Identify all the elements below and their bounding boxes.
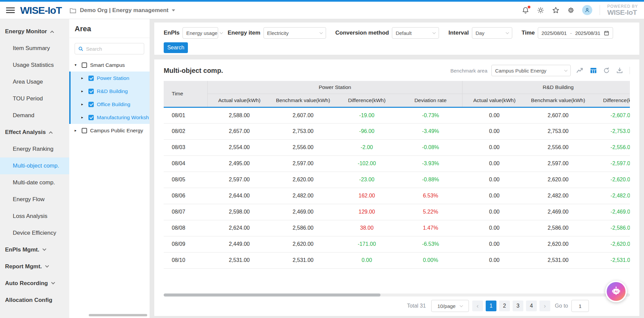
area-tree: ▾Smart Campus▸Power Station▸R&D Building… [69, 58, 150, 137]
sidebar-item-energy-flow[interactable]: Energy Flow [0, 191, 69, 208]
tree-caret-down-icon[interactable]: ▾ [75, 63, 79, 67]
cell-value: 2,482.00 [526, 188, 590, 204]
tree-node-campus-public-energy[interactable]: ▸Campus Public Energy [69, 124, 150, 137]
gear-icon[interactable] [567, 6, 575, 14]
area-search[interactable] [75, 43, 144, 54]
checkbox-checked[interactable] [88, 115, 94, 120]
page-button-2[interactable]: 2 [499, 301, 510, 311]
cell-value: 2,620.00 [271, 172, 335, 188]
page-button-4[interactable]: 4 [526, 301, 537, 311]
cell-value: -0.08% [399, 139, 462, 155]
next-page-button[interactable]: › [539, 301, 550, 311]
table-group-header-r-d-building: R&D Building [462, 81, 630, 94]
cell-value: 2,620.00 [526, 172, 590, 188]
table-header-time: Time [164, 81, 207, 107]
cell-value: 2,531.00 [526, 252, 590, 268]
benchmark-area-select[interactable]: Campus Public Energy [491, 65, 571, 76]
tree-node-smart-campus[interactable]: ▾Smart Campus [69, 58, 150, 72]
refresh-icon[interactable] [603, 67, 610, 74]
tree-node-manufacturing-worksh[interactable]: ▸Manufacturing Worksh [69, 111, 150, 124]
trend-chart-icon[interactable] [576, 67, 584, 74]
tree-caret-right-icon[interactable]: ▸ [81, 102, 85, 106]
tree-caret-right-icon[interactable]: ▸ [81, 115, 85, 120]
date-range-picker[interactable]: 2025/08/01 - 2025/08/31 [538, 27, 613, 39]
page-button-3[interactable]: 3 [513, 301, 523, 311]
chevron-down-icon[interactable] [172, 9, 175, 11]
tree-node-label: Campus Public Energy [90, 128, 143, 134]
cell-value: 5.22% [399, 204, 462, 220]
interval-select[interactable]: Day [472, 27, 512, 39]
table-horizontal-scrollbar[interactable] [164, 293, 380, 297]
sidebar-item-energy-ranking[interactable]: Energy Ranking [0, 141, 69, 157]
energy-item-select[interactable]: Electricity [264, 27, 326, 39]
tree-caret-right-icon[interactable]: ▸ [75, 128, 79, 133]
page-size-select[interactable]: 10/page [431, 300, 469, 312]
menu-icon[interactable] [6, 7, 15, 13]
enpis-label: EnPIs [164, 30, 179, 36]
download-icon[interactable] [616, 67, 623, 74]
sidebar-item-auto-recording[interactable]: Auto Recording [0, 275, 69, 292]
ai-assistant-button[interactable]: AI [605, 281, 627, 302]
cell-value: 2,657.00 [207, 123, 271, 139]
sidebar-item-item-summary[interactable]: Item Summary [0, 40, 69, 57]
comparison-table-wrap: TimePower StationR&D BuildingActual valu… [164, 81, 630, 269]
sidebar-item-energy-monitor[interactable]: Energy Monitor [0, 23, 69, 40]
notifications-bell-icon[interactable] [522, 6, 529, 14]
cell-value: 162.00 [335, 188, 399, 204]
sidebar-item-enpls-mgmt[interactable]: EnPls Mgmt. [0, 241, 69, 258]
date-end: 2025/08/31 [575, 30, 600, 36]
sidebar-item-demand[interactable]: Demand [0, 107, 69, 124]
sidebar-item-multi-object-comp[interactable]: Multi-object comp. [0, 157, 69, 174]
search-button[interactable]: Search [164, 42, 188, 53]
checkbox-checked[interactable] [88, 102, 94, 107]
cell-value: -2,607.00 [590, 107, 630, 123]
cell-value: 6.53% [399, 188, 462, 204]
enpis-select[interactable]: Energy usage [183, 27, 218, 39]
conversion-method-select[interactable]: Default [392, 27, 439, 39]
tree-caret-right-icon[interactable]: ▸ [81, 76, 85, 80]
tree-node-power-station[interactable]: ▸Power Station [69, 72, 150, 85]
table-view-icon[interactable] [590, 67, 597, 74]
tree-node-r-d-building[interactable]: ▸R&D Building [69, 85, 150, 98]
area-horizontal-scrollbar[interactable] [89, 314, 147, 316]
cell-value: -0.88% [399, 172, 462, 188]
cell-value: 1.47% [399, 220, 462, 236]
checkbox-unchecked[interactable] [82, 62, 87, 68]
sun-icon[interactable] [537, 6, 545, 14]
sidebar-item-label: Report Mgmt. [5, 263, 42, 270]
sidebar-item-loss-analysis[interactable]: Loss Analysis [0, 208, 69, 225]
cell-value: 2,556.00 [526, 139, 590, 155]
cell-value: -2,556.00 [590, 139, 630, 155]
sidebar-item-label: Effect Analysis [5, 129, 46, 136]
tree-caret-right-icon[interactable]: ▸ [81, 89, 85, 93]
sidebar-item-device-efficiency[interactable]: Device Efficiency [0, 225, 69, 241]
cell-value: 2,469.00 [526, 204, 590, 220]
sidebar-item-tou-period[interactable]: TOU Period [0, 90, 69, 107]
prev-page-button[interactable]: ‹ [472, 301, 483, 311]
goto-page-input[interactable] [571, 300, 589, 312]
org-breadcrumb[interactable]: Demo Org | Energy management [80, 7, 169, 14]
star-icon[interactable] [552, 6, 560, 14]
area-search-input[interactable] [86, 46, 141, 52]
sidebar-item-report-mgmt[interactable]: Report Mgmt. [0, 258, 69, 275]
sidebar-item-usage-statistics[interactable]: Usage Statistics [0, 57, 69, 74]
checkbox-checked[interactable] [88, 89, 94, 94]
table-row: 08/052,597.002,620.00-23.00-0.88%0.002,6… [164, 172, 630, 188]
date-start: 2025/08/01 [541, 30, 567, 36]
sidebar-item-allocation-config[interactable]: Allocation Config [0, 292, 69, 309]
table-row: 08/102,531.002,531.000.000.00%0.002,531.… [164, 252, 630, 268]
page-button-1[interactable]: 1 [486, 301, 496, 311]
pagination: Total 31 10/page ‹1234› Go to [407, 300, 589, 312]
sidebar-item-multi-date-comp[interactable]: Multi-date comp. [0, 174, 69, 191]
chevron-down-icon [506, 31, 509, 34]
cell-time: 08/09 [164, 236, 207, 252]
tree-node-office-building[interactable]: ▸Office Building [69, 98, 150, 111]
cell-time: 08/01 [164, 107, 207, 123]
checkbox-unchecked[interactable] [82, 128, 87, 133]
cell-value: 2,531.00 [271, 252, 335, 268]
avatar[interactable] [582, 5, 592, 15]
sidebar-item-area-usage[interactable]: Area Usage [0, 74, 69, 90]
table-col-header: Benchmark value(kWh) [271, 94, 335, 107]
sidebar-item-effect-analysis[interactable]: Effect Analysis [0, 124, 69, 141]
checkbox-checked[interactable] [88, 76, 94, 81]
